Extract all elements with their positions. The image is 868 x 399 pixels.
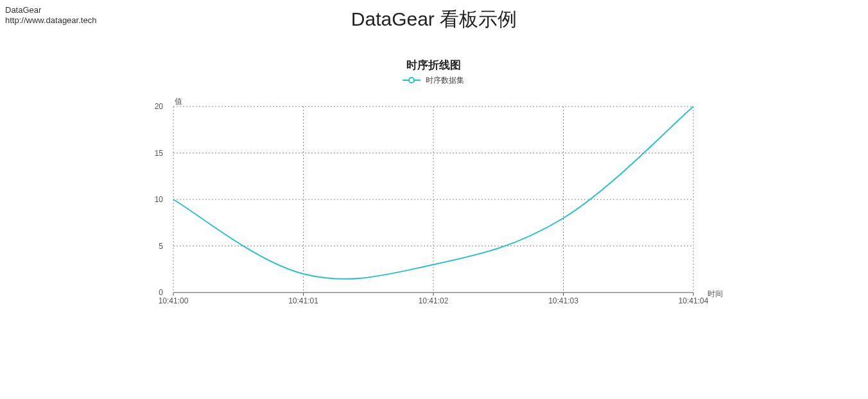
x-tick-label: 10:41:03 [548, 296, 578, 305]
x-tick-label: 10:41:02 [419, 296, 449, 305]
legend-line-icon [403, 76, 421, 85]
x-tick-label: 10:41:01 [288, 296, 318, 305]
chart-legend[interactable]: 时序数据集 [167, 75, 700, 86]
x-axis-label: 时间 [707, 289, 723, 300]
page-title: DataGear 看板示例 [0, 6, 868, 33]
y-tick-label: 10 [155, 195, 163, 204]
legend-label: 时序数据集 [426, 75, 464, 86]
svg-point-1 [409, 78, 414, 83]
y-tick-label: 5 [159, 242, 163, 251]
chart-title: 时序折线图 [167, 58, 700, 72]
y-axis-label: 值 [175, 96, 182, 107]
x-tick-label: 10:41:00 [159, 296, 189, 305]
chart-container: 时序折线图 时序数据集 值 时间 0510152010:41:0010:41:0… [167, 58, 700, 327]
y-tick-label: 15 [155, 149, 163, 158]
x-tick-label: 10:41:04 [679, 296, 709, 305]
y-tick-label: 0 [159, 288, 163, 297]
chart-plot[interactable]: 值 时间 0510152010:41:0010:41:0110:41:0210:… [167, 100, 700, 312]
y-tick-label: 20 [155, 102, 163, 111]
